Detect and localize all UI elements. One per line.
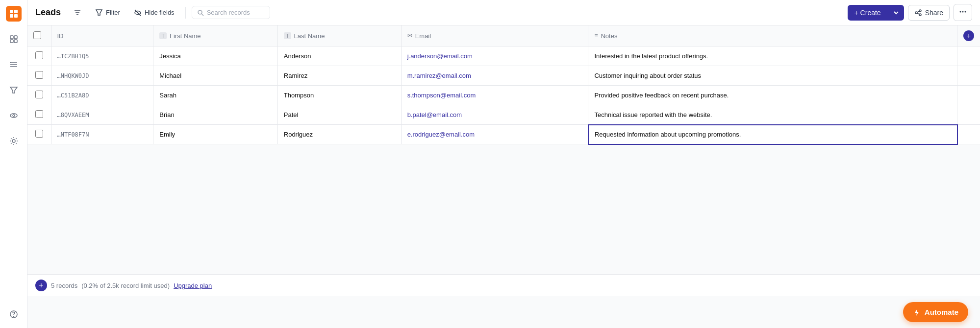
cell-email[interactable]: s.thompson@email.com — [401, 86, 588, 105]
cell-id: …TCZBH1Q5 — [51, 47, 153, 66]
sidebar-icon-filter[interactable] — [6, 82, 22, 98]
cell-id: …NHQKW0JD — [51, 66, 153, 86]
hide-fields-button[interactable]: Hide fields — [129, 6, 179, 20]
filter-icon — [95, 9, 103, 17]
svg-rect-1 — [14, 10, 18, 13]
share-button[interactable]: Share — [908, 5, 950, 21]
sidebar-icon-eye[interactable] — [6, 108, 22, 123]
row-checkbox-cell — [27, 47, 51, 66]
select-all-checkbox[interactable] — [33, 31, 41, 39]
table-footer: + 5 records (0.2% of 2.5k record limit u… — [27, 274, 980, 296]
notes-icon: ≡ — [594, 32, 598, 39]
automate-button[interactable]: Automate — [903, 302, 968, 322]
cell-last-name: Ramirez — [277, 66, 401, 86]
th-id[interactable]: ID — [51, 25, 153, 47]
sidebar-icon-grid[interactable] — [6, 31, 22, 47]
upgrade-plan-link[interactable]: Upgrade plan — [174, 282, 212, 289]
filter-button[interactable]: Filter — [90, 6, 125, 20]
lightning-icon — [913, 308, 921, 316]
svg-rect-4 — [10, 36, 13, 39]
th-notes[interactable]: ≡ Notes — [588, 25, 957, 47]
svg-rect-3 — [14, 14, 18, 18]
svg-rect-0 — [10, 10, 13, 13]
cell-notes: Interested in the latest product offerin… — [588, 47, 957, 66]
cell-extra — [957, 125, 980, 144]
cell-extra — [957, 86, 980, 105]
cell-first-name: Emily — [153, 125, 277, 144]
cell-id: …NTF08F7N — [51, 125, 153, 144]
sidebar-icon-list[interactable] — [6, 57, 22, 72]
table-row: …NTF08F7NEmilyRodrigueze.rodriguez@email… — [27, 125, 980, 144]
cell-first-name: Brian — [153, 105, 277, 125]
sidebar-icon-settings[interactable] — [6, 133, 22, 149]
cell-id: …8QVXAEEM — [51, 105, 153, 125]
type-icon-last: T — [284, 32, 291, 39]
svg-rect-7 — [14, 40, 17, 43]
row-checkbox[interactable] — [35, 91, 43, 98]
svg-rect-5 — [14, 36, 17, 39]
th-first-name[interactable]: T First Name — [153, 25, 277, 47]
cell-extra — [957, 47, 980, 66]
sidebar — [0, 0, 27, 328]
row-checkbox[interactable] — [35, 110, 43, 118]
email-icon: ✉ — [407, 32, 412, 39]
cell-email[interactable]: j.anderson@email.com — [401, 47, 588, 66]
svg-line-29 — [917, 11, 919, 12]
records-count: 5 records — [51, 282, 77, 289]
cell-notes: Customer inquiring about order status — [588, 66, 957, 86]
create-button[interactable]: + Create — [848, 5, 904, 21]
sort-button[interactable] — [69, 6, 86, 20]
table-container: ID T First Name T Last Name — [27, 25, 980, 274]
table-row: …NHQKW0JDMichaelRamirezm.ramirez@email.c… — [27, 66, 980, 86]
cell-first-name: Sarah — [153, 86, 277, 105]
cell-extra — [957, 66, 980, 86]
cell-extra — [957, 105, 980, 125]
svg-point-27 — [915, 12, 917, 14]
create-dropdown-arrow[interactable] — [888, 6, 904, 20]
row-checkbox[interactable] — [35, 130, 43, 138]
app-logo[interactable] — [6, 6, 22, 22]
add-row-button[interactable]: + — [35, 280, 47, 291]
add-column-button[interactable]: + — [963, 30, 974, 41]
row-checkbox-cell — [27, 125, 51, 144]
leads-table: ID T First Name T Last Name — [27, 25, 980, 145]
th-last-name[interactable]: T Last Name — [277, 25, 401, 47]
cell-first-name: Jessica — [153, 47, 277, 66]
toolbar-divider — [185, 7, 186, 19]
row-checkbox-cell — [27, 105, 51, 125]
cell-email[interactable]: b.patel@email.com — [401, 105, 588, 125]
svg-point-15 — [12, 140, 15, 142]
cell-email[interactable]: e.rodriguez@email.com — [401, 125, 588, 144]
hide-fields-icon — [134, 9, 142, 17]
cell-first-name: Michael — [153, 66, 277, 86]
more-options-button[interactable] — [954, 4, 972, 21]
search-icon — [197, 9, 204, 16]
cell-email[interactable]: m.ramirez@email.com — [401, 66, 588, 86]
share-icon — [914, 9, 922, 17]
toolbar: Leads Filter Hide fields Search records … — [27, 0, 980, 25]
chevron-down-icon — [893, 10, 899, 16]
cell-last-name: Patel — [277, 105, 401, 125]
svg-point-28 — [919, 14, 921, 16]
search-box[interactable]: Search records — [192, 6, 270, 19]
svg-point-26 — [919, 10, 921, 12]
row-checkbox-cell — [27, 66, 51, 86]
row-checkbox[interactable] — [35, 51, 43, 59]
svg-point-33 — [965, 11, 966, 13]
page-title: Leads — [35, 7, 61, 18]
svg-rect-6 — [10, 40, 13, 43]
table-row: …8QVXAEEMBrianPatelb.patel@email.comTech… — [27, 105, 980, 125]
sidebar-icon-help[interactable] — [6, 306, 22, 322]
svg-point-31 — [960, 11, 961, 13]
row-checkbox[interactable] — [35, 71, 43, 79]
row-checkbox-cell — [27, 86, 51, 105]
sort-icon — [74, 9, 81, 17]
svg-point-17 — [13, 317, 14, 317]
th-email[interactable]: ✉ Email — [401, 25, 588, 47]
table-row: …C51B2A8DSarahThompsons.thompson@email.c… — [27, 86, 980, 105]
svg-rect-2 — [10, 14, 13, 18]
cell-last-name: Thompson — [277, 86, 401, 105]
cell-notes: Requested information about upcoming pro… — [588, 125, 957, 144]
svg-point-13 — [10, 114, 17, 117]
th-add-column[interactable]: + — [957, 25, 980, 47]
